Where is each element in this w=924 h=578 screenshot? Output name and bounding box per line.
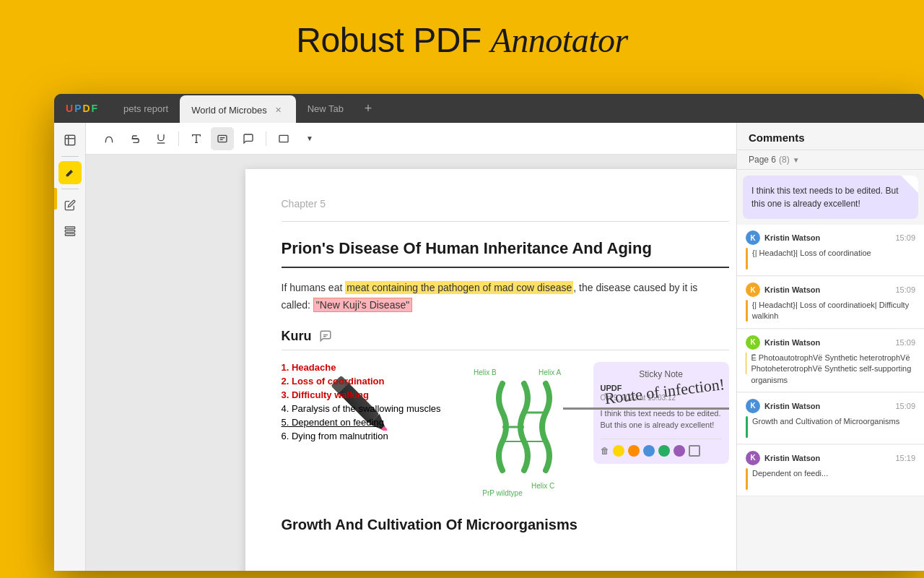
app-window: UPDF pets report World of Microbes ✕ New… <box>54 94 924 571</box>
comments-panel: Comments Page 6 (8) ▼ I think this text … <box>736 123 924 571</box>
tab-world-of-microbes-label: World of Microbes <box>191 105 267 116</box>
svg-rect-0 <box>65 135 75 145</box>
chapter-label: Chapter 5 <box>282 198 729 210</box>
comment-content-row: Growth and Cultivation of Microorganisms <box>746 416 915 438</box>
toolbar-rectangle-btn[interactable] <box>272 127 295 150</box>
page-header: Robust PDF Annotator <box>0 0 924 74</box>
sidebar-btn-pages[interactable] <box>58 129 82 152</box>
list-container: 1. Headache 2. Loss of coordination 3. D… <box>282 362 455 441</box>
tab-world-of-microbes[interactable]: World of Microbes ✕ <box>180 95 296 124</box>
svg-text:Helix B: Helix B <box>474 368 497 376</box>
list-item: 1. Headache <box>282 362 455 373</box>
svg-rect-13 <box>279 135 288 142</box>
comments-header: Comments <box>737 123 924 150</box>
toolbar-comment-btn[interactable] <box>237 127 260 150</box>
title-divider <box>282 267 729 268</box>
comment-user-row: K Kristin Watson 15:09 <box>746 335 915 350</box>
comments-chevron-icon: ▼ <box>793 156 800 164</box>
header-title-regular: Robust PDF <box>296 21 490 59</box>
sticky-color-purple[interactable] <box>674 445 685 457</box>
comments-title: Comments <box>749 131 805 144</box>
toolbar-underline-btn[interactable] <box>149 127 173 150</box>
comment-item-1: K Kristin Watson 15:09 {| Headacht}| Los… <box>737 225 924 276</box>
svg-text:Helix C: Helix C <box>531 482 554 490</box>
comment-time: 15:09 <box>895 402 915 410</box>
section-divider <box>282 350 729 350</box>
comment-bar <box>746 300 748 322</box>
highlight-pink-text: "New Kuji's Disease" <box>313 298 412 312</box>
list-item: 5. Dependent on feeding <box>282 417 455 428</box>
toolbar-sep-2 <box>266 131 266 146</box>
sticky-color-blue[interactable] <box>643 445 655 457</box>
helix-container: Helix B Helix A Helix C <box>466 362 582 499</box>
toolbar-text-btn[interactable] <box>185 127 208 150</box>
sticky-color-green[interactable] <box>658 445 670 457</box>
chapter-divider <box>282 221 729 222</box>
comment-avatar: K <box>746 230 760 245</box>
comment-avatar: K <box>746 399 760 413</box>
helix-svg: Helix B Helix A Helix C <box>466 362 582 499</box>
sidebar-btn-edit[interactable] <box>58 194 82 217</box>
svg-rect-5 <box>65 233 74 236</box>
tab-pets-report-label: pets report <box>123 103 168 114</box>
list-item: 4. Paralysis of the swallowing muscles <box>282 403 455 414</box>
comment-time: 15:09 <box>895 233 915 242</box>
svg-text:Helix A: Helix A <box>539 368 561 376</box>
comment-username: Kristin Watson <box>764 338 820 347</box>
comment-bar <box>746 353 746 374</box>
new-tab-button[interactable]: + <box>358 98 378 118</box>
main-area: ▼ Chapter 5 Prion's Disease Of Human Inh… <box>54 123 924 571</box>
comment-user-row: K Kristin Watson 15:09 <box>746 282 915 297</box>
updf-logo: UPDF <box>54 103 112 114</box>
comment-bar <box>746 416 748 438</box>
sidebar-btn-organize[interactable] <box>58 220 82 243</box>
comment-active-card: I think this text needs to be edited. Bu… <box>743 176 918 219</box>
list-item: 6. Dying from malnutrition <box>282 431 455 441</box>
comment-username: Kristin Watson <box>764 233 820 242</box>
sidebar-btn-highlight[interactable] <box>58 161 82 184</box>
page-background: Robust PDF Annotator UPDF pets report Wo… <box>0 0 924 578</box>
comment-user-row: K Kristin Watson 15:19 <box>746 451 915 465</box>
sticky-trash-icon[interactable]: 🗑 <box>601 446 609 456</box>
svg-rect-4 <box>65 230 74 233</box>
tab-pets-report[interactable]: pets report <box>112 94 180 123</box>
comment-text: {| Headacht}| Loss of coordinatioe <box>752 248 871 269</box>
comment-time: 15:09 <box>895 338 915 347</box>
sticky-color-orange[interactable] <box>628 445 640 457</box>
sticky-color-yellow[interactable] <box>613 445 624 457</box>
tab-new-tab[interactable]: New Tab <box>296 94 355 123</box>
left-sidebar <box>54 123 86 571</box>
header-title: Robust PDF Annotator <box>0 20 924 60</box>
toolbar-textbox-btn[interactable] <box>211 127 234 150</box>
comment-user-row: K Kristin Watson 15:09 <box>746 399 915 413</box>
comment-content-row: Dependent on feedi... <box>746 468 915 490</box>
comment-time: 15:09 <box>895 285 915 294</box>
toolbar: ▼ <box>86 123 736 155</box>
comment-bar <box>746 468 748 490</box>
pdf-paragraph: If humans eat meat containing the pathog… <box>282 280 729 314</box>
tab-close-button[interactable]: ✕ <box>273 104 284 116</box>
comment-bubble-icon <box>319 329 332 342</box>
route-underline <box>563 407 729 410</box>
svg-rect-10 <box>218 135 227 142</box>
toolbar-sep-1 <box>178 131 179 146</box>
sticky-square-icon[interactable] <box>689 445 700 457</box>
toolbar-arch-btn[interactable] <box>97 127 121 150</box>
comment-text: Ë PhotoautotrophVë Synthetic heterotroph… <box>751 353 915 386</box>
tab-bar: UPDF pets report World of Microbes ✕ New… <box>54 94 924 123</box>
toolbar-strikethrough-btn[interactable] <box>123 127 147 150</box>
comments-page-label: Page 6 <box>749 155 776 165</box>
comment-username: Kristin Watson <box>764 402 820 410</box>
comment-text: Dependent on feedi... <box>752 468 828 490</box>
comment-avatar: K <box>746 282 760 297</box>
comment-content-row: Ë PhotoautotrophVë Synthetic heterotroph… <box>746 353 915 386</box>
sticky-note-toolbar: 🗑 <box>601 439 722 457</box>
sidebar-divider-2 <box>61 189 79 189</box>
symptoms-list: 1. Headache 2. Loss of coordination 3. D… <box>282 362 455 441</box>
toolbar-dropdown-btn[interactable]: ▼ <box>298 127 321 150</box>
svg-rect-3 <box>65 227 74 229</box>
comment-bar <box>746 248 748 269</box>
comment-text: {| Headacht}| Loss of coordinatioek| Dif… <box>752 300 915 322</box>
sidebar-active-indicator <box>54 188 57 210</box>
header-title-italic: Annotator <box>491 21 628 59</box>
